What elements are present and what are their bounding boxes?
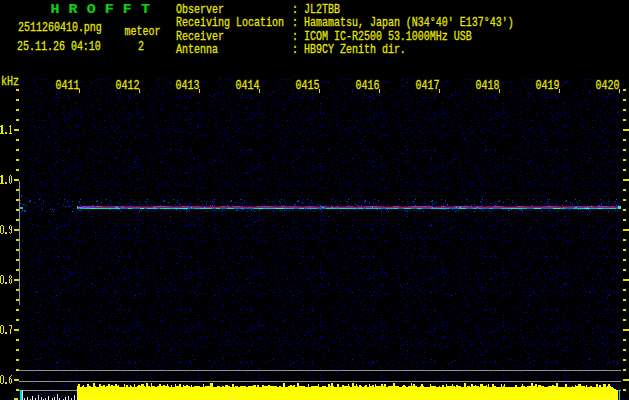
svg-text:Receiver: Receiver [176,30,224,43]
svg-text:kHz: kHz [1,75,19,88]
svg-text:: ICOM IC-R2500 53.1000MHz USB: : ICOM IC-R2500 53.1000MHz USB [292,30,472,43]
svg-text:0416: 0416 [356,79,380,92]
svg-text:0413: 0413 [176,79,200,92]
svg-text:0411: 0411 [56,79,80,92]
svg-text:meteor: meteor [125,25,161,38]
svg-text:0412: 0412 [116,79,140,92]
svg-text:: HB9CY Zenith dir.: : HB9CY Zenith dir. [292,43,406,56]
svg-text:Antenna: Antenna [176,43,218,56]
svg-text:2: 2 [138,40,144,53]
svg-text:: Hamamatsu, Japan (N34°40' E1: : Hamamatsu, Japan (N34°40' E137°43') [292,16,514,29]
svg-text:0415: 0415 [296,79,320,92]
svg-text:0417: 0417 [416,79,440,92]
svg-text:Observer: Observer [176,3,224,16]
svg-text:0418: 0418 [476,79,500,92]
svg-text:Receiving Location: Receiving Location [176,16,284,29]
svg-text:0414: 0414 [236,79,260,92]
svg-text:0419: 0419 [536,79,560,92]
svg-text:25.11.26 04:10: 25.11.26 04:10 [17,40,101,53]
svg-text:HROFFT: HROFFT [50,2,159,17]
svg-text:2511260410.png: 2511260410.png [18,21,102,34]
svg-text:: JL2TBB: : JL2TBB [292,3,340,16]
svg-text:0420: 0420 [596,79,620,92]
